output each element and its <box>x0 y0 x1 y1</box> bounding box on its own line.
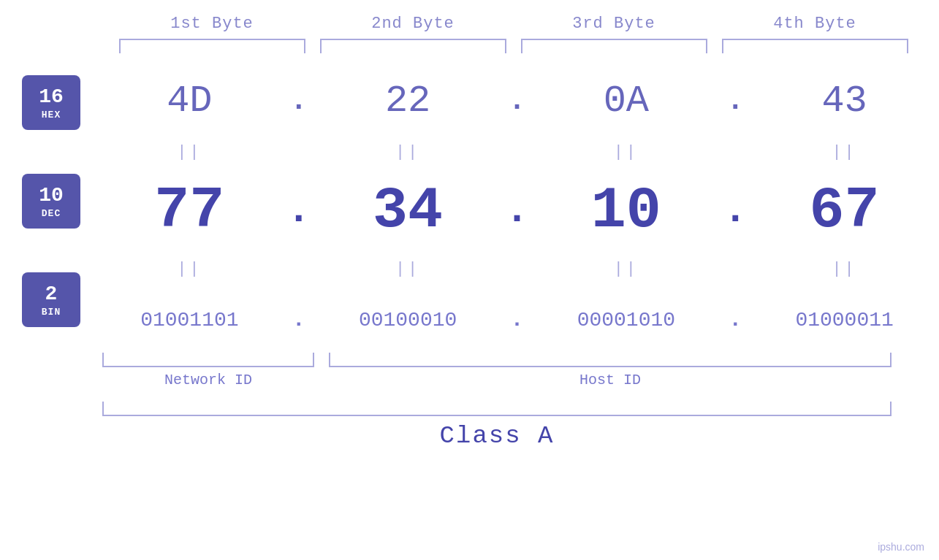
sep-2-1: || <box>95 260 284 278</box>
hex-num: 16 <box>39 85 64 110</box>
top-bracket-4 <box>722 39 908 53</box>
top-brackets-row <box>112 39 916 53</box>
top-bracket-3 <box>521 39 707 53</box>
hex-cell-1: 4D <box>95 80 284 123</box>
hex-dot-2: . <box>503 85 532 118</box>
dec-badge: 10 DEC <box>22 174 80 229</box>
dec-dot-2: . <box>503 188 532 234</box>
dec-val-2: 34 <box>373 177 443 244</box>
class-bracket-row <box>95 402 899 416</box>
hex-cell-3: 0A <box>532 80 721 123</box>
bin-cell-3: 00001010 <box>532 309 721 331</box>
bin-val-4: 01000011 <box>795 309 893 331</box>
byte-label-4: 4th Byte <box>715 15 916 33</box>
bin-dot-2: . <box>503 307 532 332</box>
hex-val-1: 4D <box>167 80 212 123</box>
bin-val-1: 01001101 <box>140 309 238 331</box>
dec-val-1: 77 <box>154 177 224 244</box>
bin-badge: 2 BIN <box>22 272 80 327</box>
byte-labels-row: 1st Byte 2nd Byte 3rd Byte 4th Byte <box>112 15 916 33</box>
separator-row-1: || || || || <box>95 134 939 170</box>
top-bracket-2 <box>320 39 506 53</box>
dec-row: 77 . 34 . 10 . 67 <box>95 170 939 250</box>
class-bracket <box>102 402 892 416</box>
content-area: 16 HEX 10 DEC 2 BIN 4D . 22 <box>0 68 939 353</box>
base-labels-col: 16 HEX 10 DEC 2 BIN <box>0 68 95 327</box>
main-container: 1st Byte 2nd Byte 3rd Byte 4th Byte 16 H… <box>0 0 939 560</box>
sep-2-4: || <box>750 260 939 278</box>
host-id-label: Host ID <box>329 372 892 388</box>
dec-val-3: 10 <box>591 177 661 244</box>
dec-dot-3: . <box>721 188 750 234</box>
sep-2-2: || <box>313 260 503 278</box>
dec-cell-2: 34 <box>313 177 503 244</box>
class-label-row: Class A <box>95 422 899 450</box>
hex-row: 4D . 22 . 0A . 43 <box>95 68 939 134</box>
hex-dot-1: . <box>284 85 313 118</box>
bin-row: 01001101 . 00100010 . 00001010 . 0100001… <box>95 287 939 353</box>
dec-num: 10 <box>39 183 64 208</box>
network-id-label: Network ID <box>102 372 314 388</box>
bin-dot-3: . <box>721 307 750 332</box>
hex-val-3: 0A <box>604 80 649 123</box>
network-host-labels-row: Network ID Host ID <box>95 372 899 388</box>
bin-val-2: 00100010 <box>359 309 457 331</box>
bin-cell-1: 01001101 <box>95 309 284 331</box>
sep-2-3: || <box>532 260 721 278</box>
sep-1-4: || <box>750 143 939 161</box>
dec-cell-3: 10 <box>532 177 721 244</box>
hex-val-2: 22 <box>385 80 430 123</box>
hex-cell-2: 22 <box>313 80 503 123</box>
dec-text: DEC <box>42 208 61 219</box>
dec-cell-1: 77 <box>95 177 284 244</box>
hex-val-4: 43 <box>821 80 867 123</box>
bin-text: BIN <box>42 307 61 318</box>
dec-val-4: 67 <box>810 177 880 244</box>
sep-1-2: || <box>313 143 503 161</box>
byte-label-3: 3rd Byte <box>514 15 715 33</box>
sep-1-3: || <box>532 143 721 161</box>
watermark: ipshu.com <box>878 541 924 553</box>
hex-dot-3: . <box>721 85 750 118</box>
network-bracket <box>102 353 314 367</box>
bin-cell-4: 01000011 <box>750 309 939 331</box>
hex-text: HEX <box>42 110 61 120</box>
bytes-grid: 4D . 22 . 0A . 43 || || <box>95 68 939 353</box>
bottom-brackets-row <box>95 353 899 367</box>
sep-1-1: || <box>95 143 284 161</box>
dec-dot-1: . <box>284 188 313 234</box>
byte-label-1: 1st Byte <box>112 15 313 33</box>
class-label: Class A <box>95 422 899 450</box>
top-bracket-1 <box>119 39 305 53</box>
bottom-area: Network ID Host ID Class A <box>0 353 939 450</box>
hex-cell-4: 43 <box>750 80 939 123</box>
hex-badge: 16 HEX <box>22 75 80 130</box>
separator-row-2: || || || || <box>95 250 939 287</box>
byte-label-2: 2nd Byte <box>313 15 514 33</box>
bin-val-3: 00001010 <box>577 309 675 331</box>
bin-dot-1: . <box>284 307 313 332</box>
bin-num: 2 <box>45 282 58 307</box>
dec-cell-4: 67 <box>750 177 939 244</box>
bin-cell-2: 00100010 <box>313 309 503 331</box>
host-bracket <box>329 353 892 367</box>
